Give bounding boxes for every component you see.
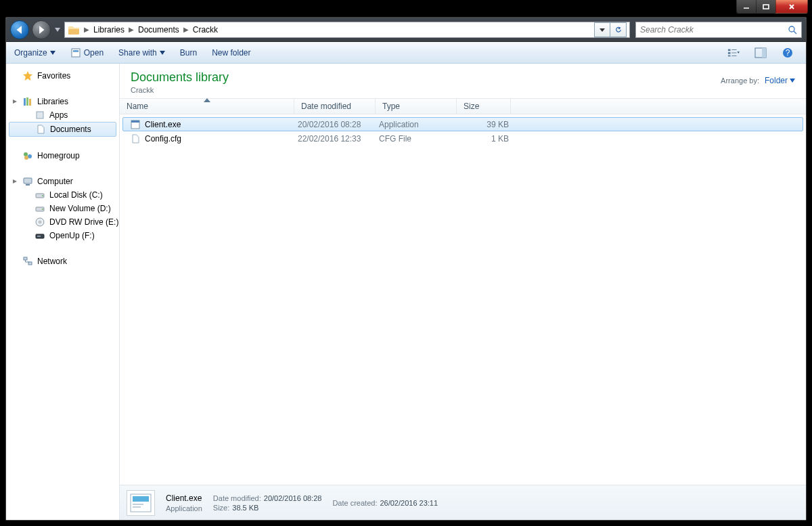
- open-button[interactable]: Open: [70, 47, 104, 58]
- burn-button[interactable]: Burn: [180, 48, 197, 58]
- address-bar: ▶ Libraries ▶ Documents ▶ Crackk: [6, 18, 806, 42]
- collapse-icon[interactable]: [12, 98, 18, 105]
- homegroup-icon: [22, 150, 33, 161]
- dvd-icon: [35, 217, 45, 227]
- sidebar-item-apps[interactable]: Apps: [6, 108, 119, 122]
- details-created-value: 26/02/2016 23:11: [380, 499, 438, 507]
- command-bar: Organize Open Share with Burn New folder…: [6, 42, 806, 64]
- sidebar-drive-c[interactable]: Local Disk (C:): [6, 188, 119, 202]
- svg-rect-15: [762, 48, 766, 58]
- library-header: Documents library Crackk Arrange by: Fol…: [120, 64, 806, 98]
- library-title: Documents library: [131, 70, 229, 85]
- svg-rect-1: [763, 5, 769, 9]
- navigation-pane: Favorites Libraries Apps Doc: [6, 64, 120, 520]
- library-subtitle: Crackk: [131, 86, 229, 94]
- svg-text:?: ?: [786, 48, 790, 58]
- nav-back-button[interactable]: [10, 20, 29, 39]
- search-input[interactable]: [640, 25, 788, 35]
- sidebar-drive-e[interactable]: DVD RW Drive (E:) W: [6, 215, 119, 229]
- sidebar-drive-f[interactable]: OpenUp (F:): [6, 229, 119, 242]
- svg-rect-8: [728, 49, 731, 51]
- address-field[interactable]: ▶ Libraries ▶ Documents ▶ Crackk: [64, 22, 630, 38]
- file-icon: [130, 133, 141, 144]
- sidebar-computer[interactable]: Computer: [6, 175, 119, 188]
- svg-rect-7: [73, 50, 78, 52]
- star-icon: [22, 70, 33, 81]
- svg-point-32: [39, 221, 41, 223]
- details-size-label: Size:: [213, 504, 229, 512]
- svg-point-4: [789, 26, 794, 32]
- file-size: 39 KB: [457, 120, 512, 129]
- arrange-value[interactable]: Folder: [765, 76, 795, 85]
- maximize-button[interactable]: [756, 0, 776, 14]
- file-date: 20/02/2016 08:28: [295, 120, 376, 129]
- crumb-1[interactable]: Documents: [135, 25, 182, 35]
- svg-rect-18: [24, 98, 26, 106]
- network-icon: [22, 256, 33, 267]
- search-box[interactable]: [635, 22, 802, 38]
- file-row[interactable]: Client.exe20/02/2016 08:28Application39 …: [122, 117, 803, 131]
- window-frame: ▶ Libraries ▶ Documents ▶ Crackk Organiz: [0, 0, 812, 526]
- svg-rect-36: [28, 262, 32, 265]
- app-icon: [130, 119, 141, 130]
- libraries-icon: [22, 96, 33, 107]
- documents-icon: [35, 124, 46, 135]
- address-dropdown[interactable]: [594, 22, 610, 37]
- svg-rect-6: [72, 49, 80, 57]
- details-filetype: Application: [166, 504, 202, 512]
- view-options-button[interactable]: [723, 45, 744, 60]
- details-pane: Client.exe Application Date modified:20/…: [120, 485, 806, 520]
- preview-pane-button[interactable]: [750, 45, 771, 60]
- explorer-window: ▶ Libraries ▶ Documents ▶ Crackk Organiz: [5, 17, 807, 521]
- new-folder-button[interactable]: New folder: [212, 48, 250, 58]
- file-size: 1 KB: [457, 134, 512, 144]
- details-created-label: Date created:: [332, 499, 377, 507]
- column-headers: Name Date modified Type Size: [120, 98, 806, 114]
- svg-rect-10: [728, 55, 731, 56]
- svg-point-30: [42, 209, 43, 210]
- svg-rect-26: [26, 184, 30, 185]
- sidebar-homegroup[interactable]: Homegroup: [6, 149, 119, 162]
- column-date[interactable]: Date modified: [294, 99, 376, 114]
- sidebar-favorites[interactable]: Favorites: [6, 69, 119, 83]
- window-controls: [737, 0, 808, 14]
- arrange-label: Arrange by:: [721, 76, 759, 85]
- share-menu[interactable]: Share with: [118, 48, 165, 58]
- sidebar-item-documents[interactable]: Documents: [9, 122, 116, 137]
- organize-menu[interactable]: Organize: [14, 48, 55, 58]
- svg-point-28: [42, 195, 43, 196]
- sidebar-drive-d[interactable]: New Volume (D:): [6, 202, 119, 215]
- nav-history-dropdown[interactable]: [53, 20, 62, 39]
- library-icon: [35, 110, 45, 120]
- column-type[interactable]: Type: [376, 99, 457, 114]
- computer-icon: [22, 176, 33, 187]
- svg-rect-19: [26, 97, 28, 106]
- sidebar-libraries[interactable]: Libraries: [6, 95, 119, 108]
- file-name: Config.cfg: [145, 134, 181, 144]
- removable-icon: [35, 230, 45, 241]
- details-size-value: 38.5 KB: [232, 504, 258, 512]
- crumb-0[interactable]: Libraries: [91, 25, 127, 35]
- details-modified-label: Date modified:: [213, 494, 261, 502]
- minimize-button[interactable]: [736, 0, 757, 14]
- content-area: Documents library Crackk Arrange by: Fol…: [120, 64, 806, 520]
- arrange-by[interactable]: Arrange by: Folder: [721, 70, 795, 85]
- svg-rect-34: [37, 236, 41, 237]
- file-row[interactable]: Config.cfg22/02/2016 12:33CFG File1 KB: [122, 131, 803, 146]
- file-type: CFG File: [376, 134, 457, 144]
- file-date: 22/02/2016 12:33: [295, 134, 376, 144]
- refresh-button[interactable]: [610, 22, 627, 37]
- file-list: Client.exe20/02/2016 08:28Application39 …: [120, 114, 806, 148]
- chevron-right-icon: ▶: [183, 26, 189, 33]
- disk-icon: [35, 190, 45, 200]
- sidebar-network[interactable]: Network: [6, 255, 119, 268]
- disk-icon: [35, 203, 45, 214]
- help-button[interactable]: ?: [777, 45, 798, 60]
- collapse-icon[interactable]: [12, 178, 18, 185]
- breadcrumb: ▶ Libraries ▶ Documents ▶ Crackk: [84, 25, 221, 35]
- nav-forward-button[interactable]: [32, 20, 51, 39]
- crumb-2[interactable]: Crackk: [190, 25, 221, 35]
- column-name[interactable]: Name: [120, 99, 294, 114]
- column-size[interactable]: Size: [457, 99, 511, 114]
- close-button[interactable]: [775, 0, 808, 14]
